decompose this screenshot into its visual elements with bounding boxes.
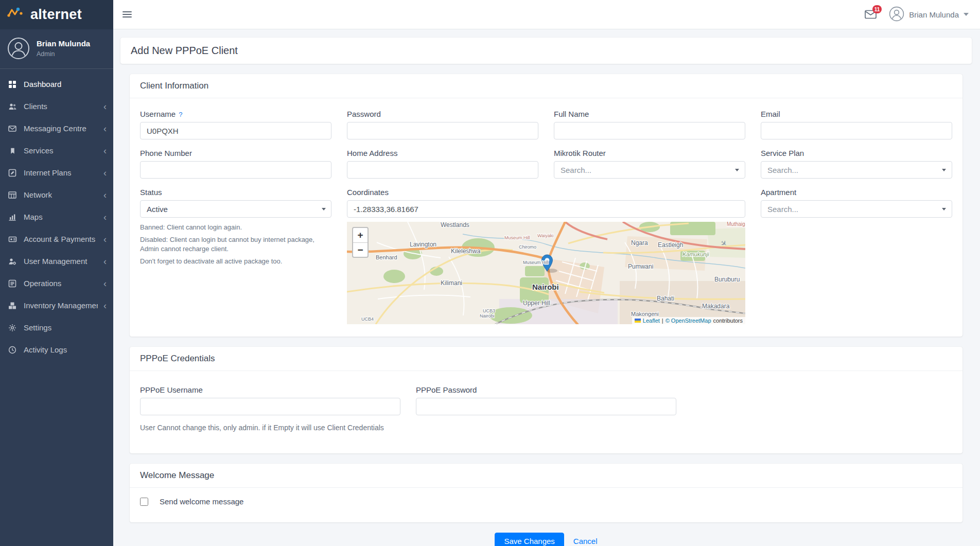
email-input[interactable] [761,122,952,139]
map-label: Eastleigh [658,241,683,249]
home-address-input[interactable] [347,161,538,179]
menu-toggle-button[interactable] [122,11,132,18]
envelope-icon [7,125,18,133]
bookmark-icon [7,147,18,155]
pppoe-username-input[interactable] [140,398,400,415]
brand-logo[interactable]: alternet [0,0,113,29]
apartment-select[interactable]: Search... [761,200,952,218]
users-gear-icon [7,257,18,266]
pppoe-password-input[interactable] [416,398,676,415]
welcome-message-title: Welcome Message [130,464,962,488]
send-welcome-message-label: Send welcome message [160,497,243,506]
status-select[interactable]: Active [140,200,331,218]
coordinates-map[interactable]: ✈ WestlandsLavingtonKileleshwaBenhardKil… [347,222,745,324]
sidebar-item-label: Clients [24,102,98,111]
sidebar-item-dashboard[interactable]: Dashboard [0,73,113,95]
map-label: Nairobi [480,313,495,319]
phone-number-input[interactable] [140,161,331,179]
send-welcome-message-checkbox[interactable] [140,498,148,506]
sidebar-item-label: Account & Payments [24,235,98,243]
mikrotik-router-select[interactable]: Search... [554,161,745,179]
messages-button[interactable]: 11 [865,10,877,19]
sidebar-item-operations[interactable]: Operations [0,272,113,294]
zoom-out-button[interactable]: − [353,242,367,257]
sidebar-item-label: Services [24,146,98,155]
map-label: Kilimani [441,279,462,287]
sidebar-item-label: Dashboard [24,80,107,89]
gear-icon [7,324,18,332]
user-menu[interactable]: Brian Mulunda [889,6,969,23]
chevron-down-icon [964,13,969,16]
pppoe-credentials-title: PPPoE Credentials [130,347,962,371]
status-help-text: Banned: Client cannot login again. Disab… [140,223,331,324]
chevron-left-icon [103,235,107,244]
map-label: Ngara [631,239,648,246]
sidebar-item-label: Messaging Centre [24,124,98,133]
sidebar-item-user-management[interactable]: User Management [0,250,113,272]
map-label: UCB3 [483,308,495,313]
sidebar-item-clients[interactable]: Clients [0,95,113,117]
pppoe-note: User Cannot change this, only admin. if … [140,424,952,432]
save-changes-button[interactable]: Save Changes [495,533,564,546]
apartment-placeholder: Search... [767,205,798,214]
page-header: Add New PPPoE Client [120,38,972,64]
brand-name: alternet [30,7,82,23]
mikrotik-router-label: Mikrotik Router [554,149,745,157]
map-label: Upper Hill [523,300,550,307]
home-address-label: Home Address [347,149,538,157]
pppoe-credentials-card: PPPoE Credentials PPPoE Username PPPoE P… [130,347,962,453]
sidebar-nav: Dashboard Clients Messaging Centre [0,69,113,361]
sidebar-item-account-payments[interactable]: Account & Payments [0,228,113,250]
cancel-link[interactable]: Cancel [573,537,598,545]
map-label: Waiyaki [537,233,553,238]
sidebar-item-label: User Management [24,257,98,266]
sidebar-item-label: Settings [24,323,107,332]
clock-icon [7,346,18,354]
sidebar-item-settings[interactable]: Settings [0,316,113,339]
welcome-message-card: Welcome Message Send welcome message [130,464,962,522]
phone-number-label: Phone Number [140,149,331,157]
map-label: UCB4 [361,316,374,322]
chevron-left-icon [103,102,107,111]
map-attribution: Leaflet | © OpenStreetMap contributors [632,317,745,324]
openstreetmap-link[interactable]: © OpenStreetMap [666,318,711,324]
users-icon [7,102,18,111]
user-avatar-icon [889,6,904,23]
full-name-input[interactable] [554,122,745,139]
username-input[interactable] [140,122,331,139]
username-help-icon[interactable]: ? [179,111,182,118]
client-information-title: Client Information [130,74,962,98]
map-label: Pumwani [628,263,653,270]
sidebar-item-maps[interactable]: Maps [0,206,113,228]
mikrotik-router-placeholder: Search... [561,166,591,174]
sidebar-item-activity-logs[interactable]: Activity Logs [0,339,113,361]
leaflet-link[interactable]: Leaflet [643,318,660,324]
sidebar-user-role: Admin [37,50,90,58]
sidebar-item-inventory-management[interactable]: Inventory Management [0,294,113,316]
chevron-left-icon [103,213,107,222]
table-icon [7,191,18,199]
attribution-suffix: contributors [713,318,743,324]
user-avatar-icon [7,37,30,60]
pppoe-password-label: PPPoE Password [416,385,676,394]
password-input[interactable] [347,122,538,139]
apartment-label: Apartment [761,188,952,197]
sidebar-item-network[interactable]: Network [0,184,113,206]
password-label: Password [347,110,538,118]
sidebar-item-messaging-centre[interactable]: Messaging Centre [0,117,113,139]
money-check-icon [7,235,18,243]
chevron-left-icon [103,146,107,155]
map-label: Museum Hill [504,235,530,240]
zoom-in-button[interactable]: + [353,228,367,242]
sidebar-item-internet-plans[interactable]: Internet Plans [0,162,113,184]
service-plan-select[interactable]: Search... [761,161,952,179]
client-information-card: Client Information Username? Password [130,74,962,337]
coordinates-input[interactable] [347,200,745,218]
map-zoom-control: + − [352,227,369,258]
sidebar-item-label: Activity Logs [24,345,107,354]
sidebar-item-services[interactable]: Services [0,139,113,162]
brand-logo-icon [7,7,26,23]
map-canvas: ✈ WestlandsLavingtonKileleshwaBenhardKil… [347,222,745,324]
form-actions: Save Changes Cancel [130,533,962,546]
app-root: alternet Brian Mulunda Admin Dashboard [0,0,980,546]
